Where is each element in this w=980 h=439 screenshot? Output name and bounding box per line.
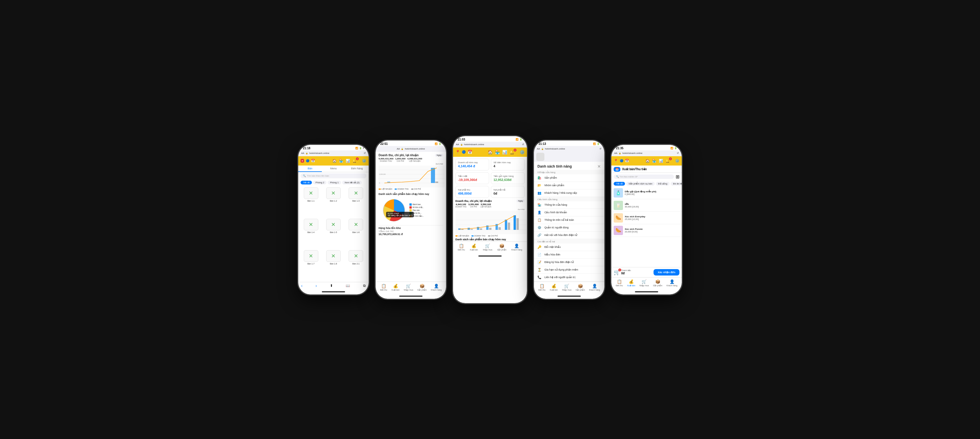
product-item-3[interactable]: 🌭 Xúc xích Ponnie 20,000 [9,00] <box>611 224 682 237</box>
product-item-0[interactable]: 🧴 Dầu gội (Quà tặng miễn phí) 0 [900.00] <box>611 187 682 199</box>
nav-sanpham-2[interactable]: 📦 Sản phẩm <box>417 284 426 291</box>
toggle-icon-1[interactable]: 🔵 <box>306 159 309 162</box>
table-cell-1[interactable]: ✕ Bàn 1-1 <box>301 187 321 217</box>
calendar-icon-3[interactable]: 📅 <box>468 150 472 154</box>
table-cell-2[interactable]: ✕ Bàn 1-2 <box>323 187 344 217</box>
tab-ban[interactable]: Bàn <box>298 165 322 172</box>
book-icon-1[interactable]: 📖 <box>346 284 350 288</box>
tab-menu[interactable]: Menu <box>322 165 345 172</box>
copy-icon-1[interactable]: ⧉ <box>363 284 366 288</box>
feature-item-thongtintren[interactable]: 📋 Thông tin trên sổ kế toán <box>534 216 605 224</box>
gear-icon-5[interactable]: ⚙️ <box>675 159 679 163</box>
feature-item-nhom[interactable]: 📂 Nhóm sản phẩm <box>534 182 605 189</box>
back-arrow-1[interactable]: ‹ <box>301 283 302 288</box>
section-icon-5: 📅 <box>614 167 620 172</box>
tag-doan-5[interactable]: Đó ăn liề... <box>671 182 682 186</box>
feature-section-2-title: Cấu hình cửa hàng <box>534 197 605 201</box>
product-item-2[interactable]: 🌭 Xúc xích Everyday 25,000 [12,00] <box>611 212 682 224</box>
filter-phong2[interactable]: Phòng 2 <box>313 181 326 185</box>
bell-icon-3[interactable]: 🔔1 <box>509 150 517 154</box>
gear-icon-1[interactable]: ⚙️ <box>362 159 366 163</box>
table-label-2: Bàn 1-2 <box>330 200 337 202</box>
filter-phong1[interactable]: Phòng 1 <box>328 181 341 185</box>
search-bar-1: 🔍 Tìm bàn theo tên bàn <box>298 172 369 180</box>
feature-item-mauhoadon[interactable]: 📄 Mẫu hóa đơn <box>534 251 605 259</box>
phone-3: 21:03 📶🔋 AA 🔒 hokinhdoanh.online ↺ 📍 🔵 📅 <box>452 135 528 304</box>
forward-arrow-1[interactable]: › <box>315 283 317 288</box>
feature-item-dangky[interactable]: 📝 Đăng ký hóa đơn điện tử <box>534 259 605 266</box>
tag-all-5[interactable]: Tất cả <box>614 182 625 186</box>
feature-item-doimk[interactable]: 🔑 Đổi mật khẩu <box>534 243 605 251</box>
nav-donthu-2[interactable]: 📋 Đơn thu <box>380 284 387 291</box>
calendar-icon-5[interactable]: 📅 <box>625 159 629 162</box>
bell-icon-5[interactable]: 🔔1 <box>665 159 673 163</box>
product-search-5[interactable]: 🔍 Tìm theo mã/tên SP <box>614 175 674 179</box>
feature-item-khachhang[interactable]: 👥 Khách hàng / Nhà cung cấp <box>534 189 605 197</box>
time-5: 21:35 <box>616 146 624 150</box>
table-cell-4[interactable]: ✕ Bàn 1-4 <box>301 219 321 248</box>
store-icon-3[interactable]: 🏪 <box>495 150 500 154</box>
search-placeholder-1: Tìm bàn theo tên bàn <box>307 175 329 177</box>
table-cell-9[interactable]: ✕ Bàn 2-1 <box>346 250 366 280</box>
toggle-icon-5[interactable]: 🔵 <box>620 159 623 162</box>
tag-douong-5[interactable]: Đồ uống <box>656 182 670 186</box>
location-icon-3[interactable]: 📍 <box>455 150 460 154</box>
confirm-order-btn-5[interactable]: Xác nhận đơn <box>654 269 679 275</box>
home-icon-1[interactable]: 🏠 <box>332 159 337 163</box>
filter-all[interactable]: Tất cả <box>301 181 312 185</box>
search-input-1[interactable]: 🔍 Tìm bàn theo tên bàn <box>301 173 366 178</box>
product-item-1[interactable]: 🥛 sữa 30,000 [19,00] <box>611 199 682 212</box>
product-tags-5: Tất cả Sản phẩm dịch vụ bán Đồ uống Đó ă… <box>611 181 682 187</box>
feature-item-cauhinhtk[interactable]: 👤 Cấu hình tài khoản <box>534 209 605 216</box>
filter-all2[interactable]: Xem tất cả (2) <box>342 181 362 185</box>
feature-item-lienhe[interactable]: 📞 Liên hệ với người quản trị <box>534 274 605 282</box>
aa-label-1: AA <box>301 152 304 154</box>
home-icon-5[interactable]: 🏠 <box>645 159 650 163</box>
share-icon-1[interactable]: ⬆ <box>330 284 333 288</box>
home-indicator-4 <box>534 294 605 299</box>
nav-khachhang-2[interactable]: 👤 Khách hàng <box>431 284 441 291</box>
feature-item-sanpham[interactable]: 🛍️ Sản phẩm <box>534 174 605 182</box>
tab-donhang[interactable]: Đơn hàng <box>345 165 369 172</box>
nav-xuatban-2[interactable]: 💰 Xuất bán <box>391 284 399 291</box>
table-cell-6[interactable]: ✕ Bàn 1-6 <box>346 219 366 248</box>
grid-icon-5[interactable]: ⊞ <box>676 174 679 180</box>
phone-4: 21:13 📶🔋 AA 🔒 hokinhdoanh.online ↺ <box>533 140 605 300</box>
day-tag-2[interactable]: Ngày <box>435 154 443 156</box>
product-header-5: 🔍 Tìm theo mã/tên SP ⊞ <box>611 173 682 181</box>
table-cell-3[interactable]: ✕ Bàn 1-3 <box>346 187 366 217</box>
nav-nhapmua-2[interactable]: 🛒 Nhập mua <box>404 284 413 291</box>
yellow-nav-1[interactable]: e 🔵 📅 🏠 🏪 📊 🔔1 ⚙️ <box>298 156 369 165</box>
yellow-nav-5[interactable]: 📍 🔵 📅 🏠 🏪 📊 🔔1 ⚙️ <box>611 156 682 165</box>
table-icon-6: ✕ <box>348 219 363 231</box>
phone-1-wrapper: 21:18 📶 🔋 7 AA 🔒 hokinhdoanh.online ↺ <box>298 144 369 295</box>
location-icon-5[interactable]: 📍 <box>614 159 618 163</box>
table-cell-5[interactable]: ✕ Bàn 1-5 <box>323 219 344 248</box>
stat-chiphi-lbl: CHI PHÍ <box>395 160 406 162</box>
gear-icon-3[interactable]: ⚙️ <box>520 150 525 154</box>
table-icon-8: ✕ <box>326 250 341 262</box>
table-cell-8[interactable]: ✕ Bàn 1-8 <box>323 250 344 280</box>
store-icon-1[interactable]: 🏪 <box>339 159 344 163</box>
time-1: 21:18 <box>303 146 310 150</box>
feature-item-thongtin[interactable]: 🏪 Thông tin cửa hàng <box>534 201 605 209</box>
table-label-5: Bàn 1-5 <box>330 231 337 233</box>
yellow-nav-3[interactable]: 📍 🔵 📅 🏠 🏪 📊 🔔1 ⚙️ <box>453 148 527 157</box>
feature-item-giahan[interactable]: ⏳ Gia hạn sử dụng phần mềm <box>534 266 605 274</box>
toggle-icon-3[interactable]: 🔵 <box>462 150 466 154</box>
feature-item-quantri[interactable]: ⚙️ Quản trị người dùng <box>534 224 605 232</box>
close-button-4[interactable]: ✕ <box>597 164 601 169</box>
chart-icon-1[interactable]: 📊 <box>346 159 350 163</box>
feature-item-ketnoihoadon[interactable]: 🔗 Kết nối với hóa đơn điện tử <box>534 232 605 239</box>
tag-sp-5[interactable]: Sản phẩm dịch vụ bán <box>626 182 654 186</box>
section-title-2: Doanh thu, chi phí, lợi nhuận <box>379 154 419 157</box>
store-icon-5[interactable]: 🏪 <box>652 159 656 163</box>
bell-icon-1[interactable]: 🔔1 <box>352 159 360 163</box>
table-cell-7[interactable]: ✕ Bàn 1-7 <box>301 250 321 280</box>
home-icon-3[interactable]: 🏠 <box>488 150 493 154</box>
chart-icon-5[interactable]: 📊 <box>659 159 663 163</box>
section-header-5: 📅 Xuất bán/Thu tiền <box>611 165 682 173</box>
chart-icon-3[interactable]: 📊 <box>502 150 507 154</box>
calendar-icon-1[interactable]: 📅 <box>311 159 315 162</box>
day-tag-3[interactable]: Ngày <box>517 200 525 202</box>
